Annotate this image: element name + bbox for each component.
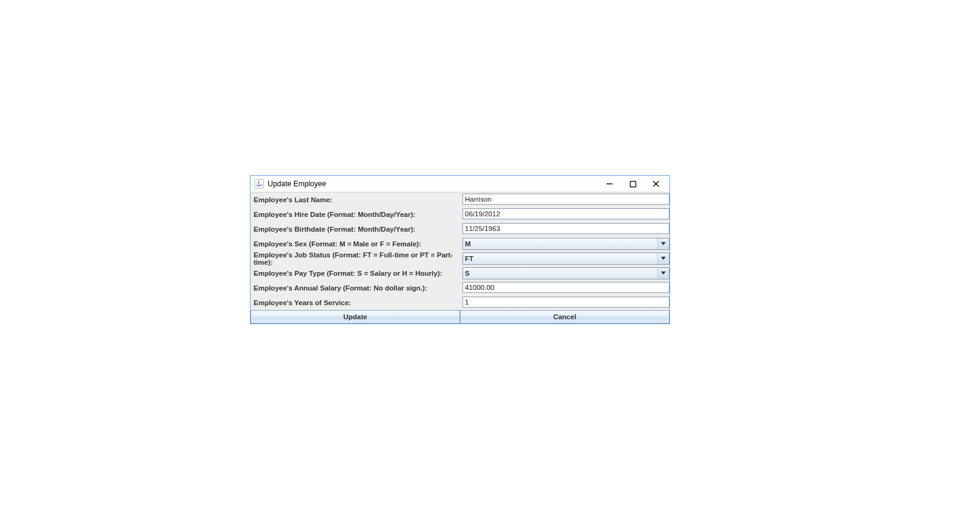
pay-type-combobox-value: S	[463, 268, 657, 279]
job-status-combobox[interactable]: FT	[462, 252, 669, 265]
job-status-combobox-value: FT	[463, 253, 657, 264]
years-input[interactable]	[462, 297, 669, 308]
cancel-button[interactable]: Cancel	[460, 310, 669, 324]
chevron-down-icon	[657, 268, 669, 279]
sex-combobox-value: M	[463, 238, 657, 249]
form-grid: Employee's Last Name: Employee's Hire Da…	[251, 192, 669, 310]
window-controls	[602, 178, 667, 190]
label-birthdate: Employee's Birthdate (Format: Month/Day/…	[251, 222, 462, 237]
label-job-status: Employee's Job Status (Format: FT = Full…	[251, 251, 462, 266]
titlebar: Update Employee	[251, 176, 669, 192]
last-name-input[interactable]	[462, 194, 669, 205]
hire-date-input[interactable]	[462, 208, 669, 219]
window-title: Update Employee	[268, 180, 602, 188]
java-app-icon	[254, 179, 264, 189]
label-pay-type: Employee's Pay Type (Format: S = Salary …	[251, 266, 462, 281]
close-button[interactable]	[649, 178, 663, 190]
label-hire-date: Employee's Hire Date (Format: Month/Day/…	[251, 207, 462, 222]
update-employee-window: Update Employee Employee's Last Name: Em…	[250, 175, 670, 324]
update-button[interactable]: Update	[251, 310, 460, 324]
cell-sex: M	[462, 237, 669, 251]
pay-type-combobox[interactable]: S	[462, 267, 669, 279]
label-salary: Employee's Annual Salary (Format: No dol…	[251, 281, 462, 295]
cell-salary	[462, 281, 669, 295]
chevron-down-icon	[657, 238, 669, 249]
button-bar: Update Cancel	[251, 310, 669, 324]
label-last-name: Employee's Last Name:	[251, 192, 462, 207]
cell-last-name	[462, 192, 669, 207]
cell-pay-type: S	[462, 266, 669, 281]
cell-hire-date	[462, 207, 669, 222]
cell-job-status: FT	[462, 251, 669, 266]
svg-marker-5	[661, 242, 666, 245]
salary-input[interactable]	[462, 282, 669, 293]
label-sex: Employee's Sex (Format: M = Male or F = …	[251, 237, 462, 251]
cell-years	[462, 295, 669, 310]
minimize-button[interactable]	[602, 178, 617, 190]
svg-marker-7	[661, 271, 666, 275]
cell-birthdate	[462, 222, 669, 237]
birthdate-input[interactable]	[462, 223, 669, 234]
svg-marker-6	[661, 257, 666, 260]
maximize-button[interactable]	[625, 178, 640, 190]
label-years: Employee's Years of Service:	[251, 295, 462, 310]
svg-rect-0	[255, 180, 264, 189]
chevron-down-icon	[657, 253, 669, 264]
svg-rect-2	[630, 181, 636, 187]
sex-combobox[interactable]: M	[462, 238, 669, 250]
